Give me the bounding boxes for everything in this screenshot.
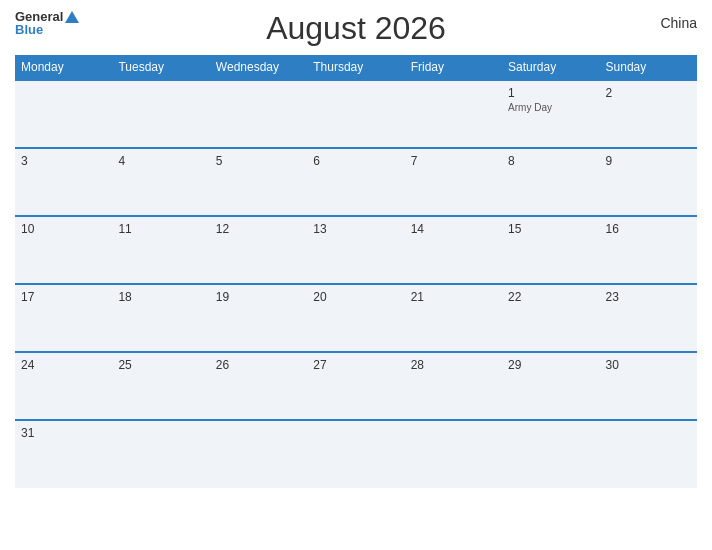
calendar-week-row: 17181920212223 [15,284,697,352]
table-row: 16 [600,216,697,284]
day-number: 9 [606,154,613,168]
day-number: 23 [606,290,619,304]
table-row: 18 [112,284,209,352]
col-thursday: Thursday [307,55,404,80]
table-row: 23 [600,284,697,352]
logo-triangle-icon [65,11,79,23]
table-row [307,80,404,148]
calendar-week-row: 10111213141516 [15,216,697,284]
day-number: 2 [606,86,613,100]
table-row: 10 [15,216,112,284]
col-friday: Friday [405,55,502,80]
table-row: 3 [15,148,112,216]
table-row [307,420,404,488]
calendar-week-row: 1Army Day2 [15,80,697,148]
calendar-week-row: 3456789 [15,148,697,216]
table-row [210,420,307,488]
table-row: 12 [210,216,307,284]
table-row: 11 [112,216,209,284]
day-number: 21 [411,290,424,304]
table-row: 24 [15,352,112,420]
country-label: China [660,15,697,31]
day-number: 13 [313,222,326,236]
table-row: 31 [15,420,112,488]
table-row: 27 [307,352,404,420]
table-row: 22 [502,284,599,352]
table-row [112,420,209,488]
table-row: 4 [112,148,209,216]
day-number: 27 [313,358,326,372]
table-row: 26 [210,352,307,420]
table-row: 1Army Day [502,80,599,148]
calendar-table: Monday Tuesday Wednesday Thursday Friday… [15,55,697,488]
day-number: 10 [21,222,34,236]
page: General Blue August 2026 China Monday Tu… [0,0,712,550]
table-row: 9 [600,148,697,216]
day-number: 4 [118,154,125,168]
calendar-week-row: 31 [15,420,697,488]
col-monday: Monday [15,55,112,80]
day-number: 17 [21,290,34,304]
table-row: 13 [307,216,404,284]
table-row: 6 [307,148,404,216]
table-row: 2 [600,80,697,148]
day-number: 18 [118,290,131,304]
table-row: 15 [502,216,599,284]
day-number: 3 [21,154,28,168]
day-number: 5 [216,154,223,168]
table-row [405,420,502,488]
col-sunday: Sunday [600,55,697,80]
table-row [405,80,502,148]
table-row: 29 [502,352,599,420]
day-number: 20 [313,290,326,304]
table-row: 17 [15,284,112,352]
header: General Blue August 2026 China [15,10,697,47]
table-row [210,80,307,148]
col-wednesday: Wednesday [210,55,307,80]
table-row [502,420,599,488]
day-number: 8 [508,154,515,168]
day-number: 24 [21,358,34,372]
table-row: 28 [405,352,502,420]
day-number: 14 [411,222,424,236]
table-row: 20 [307,284,404,352]
table-row: 14 [405,216,502,284]
day-number: 19 [216,290,229,304]
calendar-title: August 2026 [266,10,446,47]
day-number: 29 [508,358,521,372]
calendar-header-row: Monday Tuesday Wednesday Thursday Friday… [15,55,697,80]
table-row: 7 [405,148,502,216]
day-number: 7 [411,154,418,168]
table-row [112,80,209,148]
day-number: 25 [118,358,131,372]
table-row: 19 [210,284,307,352]
day-number: 11 [118,222,131,236]
table-row [600,420,697,488]
table-row: 30 [600,352,697,420]
table-row: 8 [502,148,599,216]
day-number: 16 [606,222,619,236]
col-tuesday: Tuesday [112,55,209,80]
day-number: 31 [21,426,34,440]
logo-blue-text: Blue [15,23,79,36]
day-number: 26 [216,358,229,372]
logo: General Blue [15,10,79,36]
col-saturday: Saturday [502,55,599,80]
table-row: 5 [210,148,307,216]
table-row: 21 [405,284,502,352]
day-number: 15 [508,222,521,236]
day-number: 30 [606,358,619,372]
day-number: 6 [313,154,320,168]
day-number: 22 [508,290,521,304]
table-row [15,80,112,148]
holiday-label: Army Day [508,102,593,113]
day-number: 12 [216,222,229,236]
day-number: 28 [411,358,424,372]
table-row: 25 [112,352,209,420]
day-number: 1 [508,86,515,100]
calendar-week-row: 24252627282930 [15,352,697,420]
